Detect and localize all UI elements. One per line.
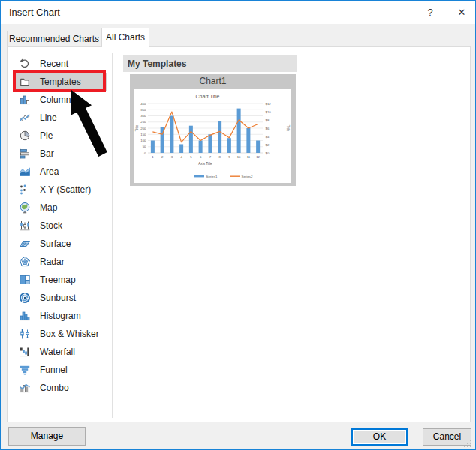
svg-text:50: 50 <box>143 145 146 148</box>
dialog-title: Insert Chart <box>9 7 60 18</box>
svg-text:1: 1 <box>152 155 154 159</box>
sidebar-list: RecentTemplatesColumnLinePieBarAreaX Y (… <box>14 46 107 450</box>
sidebar-item-label: Column <box>40 91 71 109</box>
waterfall-chart-icon <box>19 346 31 358</box>
resize-grip-icon[interactable] <box>464 440 472 448</box>
sidebar-item-label: Map <box>40 199 57 217</box>
sidebar-item-pie[interactable]: Pie <box>14 127 107 145</box>
sidebar-item-label: Bar <box>40 145 54 163</box>
line-chart-icon <box>19 112 31 124</box>
close-button[interactable]: ✕ <box>447 1 476 24</box>
svg-text:3: 3 <box>171 155 173 159</box>
sidebar-item-area[interactable]: Area <box>14 163 107 181</box>
histogram-chart-icon <box>19 310 31 322</box>
tab-recommended-charts[interactable]: Recommended Charts <box>7 31 101 46</box>
sidebar-item-combo[interactable]: Combo <box>14 379 107 397</box>
sidebar-item-bar[interactable]: Bar <box>14 145 107 163</box>
sidebar-item-label: Recent <box>40 55 68 73</box>
title-bar: Insert Chart ? ✕ <box>1 1 475 24</box>
svg-text:$4: $4 <box>266 135 270 139</box>
svg-text:$10: $10 <box>266 110 272 114</box>
svg-text:100: 100 <box>140 139 146 142</box>
svg-text:300: 300 <box>140 114 146 118</box>
sidebar-item-line[interactable]: Line <box>14 109 107 127</box>
sidebar-item-templates[interactable]: Templates <box>14 73 107 91</box>
svg-text:$0: $0 <box>266 152 270 155</box>
sidebar-item-map[interactable]: Map <box>14 199 107 217</box>
svg-text:Axis Title: Axis Title <box>198 162 212 166</box>
svg-text:$2: $2 <box>266 143 270 147</box>
sidebar-item-treemap[interactable]: Treemap <box>14 271 107 289</box>
sidebar-item-column[interactable]: Column <box>14 91 107 109</box>
sidebar-item-label: Treemap <box>40 271 76 289</box>
sidebar-item-x-y-scatter[interactable]: X Y (Scatter) <box>14 181 107 199</box>
combo-chart-thumbnail: Chart Title050100150200250300350400$0$2$… <box>134 88 291 183</box>
sidebar-item-label: Box & Whisker <box>40 325 99 343</box>
svg-text:5: 5 <box>190 155 192 159</box>
svg-text:$8: $8 <box>266 118 270 122</box>
tab-all-charts[interactable]: All Charts <box>101 28 149 47</box>
svg-text:Chart Title: Chart Title <box>196 94 220 99</box>
svg-text:250: 250 <box>140 120 146 124</box>
template-chart-preview: Chart Title050100150200250300350400$0$2$… <box>134 88 291 183</box>
box-whisker-chart-icon <box>19 328 31 340</box>
stock-chart-icon <box>19 220 31 232</box>
sidebar-item-histogram[interactable]: Histogram <box>14 307 107 325</box>
svg-text:12: 12 <box>256 155 260 159</box>
sidebar-item-label: Surface <box>40 235 71 253</box>
sidebar-item-waterfall[interactable]: Waterfall <box>14 343 107 361</box>
help-icon: ? <box>427 7 432 18</box>
svg-text:$6: $6 <box>266 127 270 130</box>
svg-text:11: 11 <box>247 155 251 159</box>
recent-icon <box>19 58 31 70</box>
sidebar-item-label: Combo <box>40 379 69 397</box>
sidebar-item-label: Waterfall <box>40 343 75 361</box>
sidebar-item-radar[interactable]: Radar <box>14 253 107 271</box>
close-icon: ✕ <box>458 7 466 18</box>
sidebar-item-stock[interactable]: Stock <box>14 217 107 235</box>
template-tile-chart1[interactable]: Chart1 Chart Title0501001502002503003504… <box>130 74 296 186</box>
sidebar-item-label: Line <box>40 109 57 127</box>
sidebar-item-recent[interactable]: Recent <box>14 55 107 73</box>
radar-chart-icon <box>19 256 31 268</box>
sidebar-item-label: X Y (Scatter) <box>40 181 91 199</box>
surface-chart-icon <box>19 238 31 250</box>
svg-text:10: 10 <box>237 155 241 159</box>
my-templates-header: My Templates <box>123 56 297 72</box>
svg-text:400: 400 <box>140 102 146 106</box>
sunburst-chart-icon <box>19 292 31 304</box>
scatter-chart-icon <box>19 184 31 196</box>
sidebar-item-box-whisker[interactable]: Box & Whisker <box>14 325 107 343</box>
treemap-chart-icon <box>19 274 31 286</box>
svg-text:6: 6 <box>200 155 202 159</box>
sidebar-item-funnel[interactable]: Funnel <box>14 361 107 379</box>
svg-text:Series1: Series1 <box>206 175 218 178</box>
combo-chart-icon <box>19 382 31 394</box>
svg-text:4: 4 <box>180 155 182 159</box>
column-chart-icon <box>19 94 31 106</box>
sidebar-item-label: Area <box>40 163 59 181</box>
sidebar-item-sunburst[interactable]: Sunburst <box>14 289 107 307</box>
svg-text:2: 2 <box>161 155 164 159</box>
svg-text:Series2: Series2 <box>242 175 253 178</box>
pie-chart-icon <box>19 130 31 142</box>
svg-text:0: 0 <box>144 152 146 155</box>
sidebar-item-label: Radar <box>40 253 65 271</box>
svg-text:Title: Title <box>135 124 139 131</box>
sidebar-item-label: Histogram <box>40 307 81 325</box>
svg-text:9: 9 <box>228 155 230 159</box>
help-button[interactable]: ? <box>415 1 445 24</box>
sidebar-item-surface[interactable]: Surface <box>14 235 107 253</box>
sidebar-item-label: Funnel <box>40 361 68 379</box>
sidebar-item-label: Stock <box>40 217 62 235</box>
svg-text:8: 8 <box>218 155 221 159</box>
svg-text:7: 7 <box>209 155 212 159</box>
svg-text:200: 200 <box>140 127 146 130</box>
ok-button[interactable]: OK <box>351 428 408 446</box>
template-tile-title: Chart1 <box>130 74 296 88</box>
insert-chart-dialog: Insert Chart ? ✕ Recommended Charts All … <box>0 0 476 450</box>
funnel-chart-icon <box>19 364 31 376</box>
svg-text:350: 350 <box>140 108 146 112</box>
sidebar-item-label: Sunburst <box>40 289 76 307</box>
bar-chart-icon <box>19 148 31 160</box>
